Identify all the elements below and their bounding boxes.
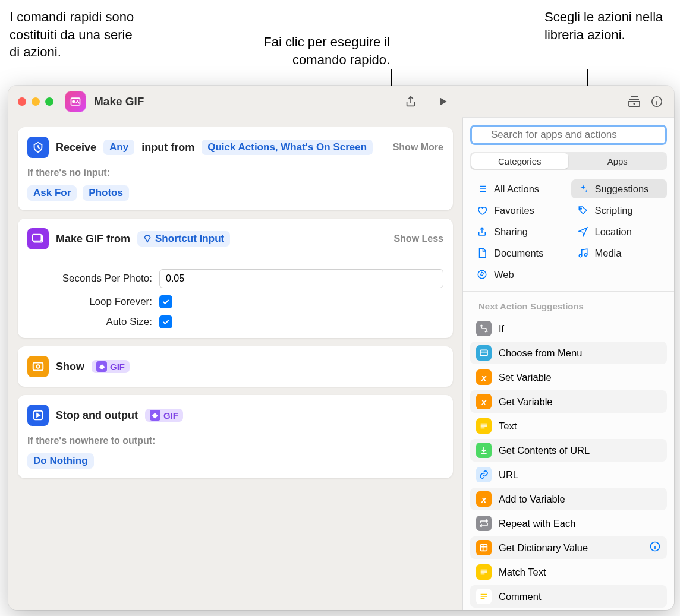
- category-all-actions[interactable]: All Actions: [470, 179, 566, 198]
- suggestion-if[interactable]: If: [470, 317, 667, 340]
- suggestion-icon: [476, 418, 492, 434]
- titlebar: Make GIF: [8, 86, 462, 118]
- traffic-lights: [18, 97, 53, 106]
- suggestion-text[interactable]: Text: [470, 415, 667, 437]
- show-less-button[interactable]: Show Less: [393, 233, 443, 244]
- music-icon: [577, 247, 589, 259]
- receive-label: Receive: [56, 141, 96, 154]
- app-window: Make GIF: [8, 86, 674, 610]
- nav-icon: [577, 226, 589, 238]
- suggestion-icon: [476, 564, 492, 580]
- search-input[interactable]: [470, 125, 667, 145]
- suggestion-set-variable[interactable]: xSet Variable: [470, 366, 667, 388]
- svg-point-1: [73, 100, 74, 102]
- output-icon: [27, 405, 49, 426]
- suggestion-get-contents-of-url[interactable]: Get Contents of URL: [470, 439, 667, 462]
- tag-icon: [577, 204, 589, 216]
- svg-rect-5: [33, 363, 43, 371]
- chip-ask-for[interactable]: Ask For: [27, 185, 77, 201]
- minimize-window-button[interactable]: [32, 97, 40, 106]
- compass-icon: [476, 268, 488, 280]
- suggestion-comment[interactable]: Comment: [470, 585, 667, 608]
- show-more-button[interactable]: Show More: [393, 142, 443, 153]
- shortcut-input-token[interactable]: Shortcut Input: [137, 231, 230, 247]
- suggestions-header: Next Action Suggestions: [470, 298, 667, 317]
- list-icon: [476, 183, 488, 195]
- action-show[interactable]: Show ◆GIF: [18, 346, 453, 387]
- receive-infix: input from: [141, 141, 194, 154]
- auto-size-checkbox[interactable]: [159, 315, 172, 328]
- gif-variable-chip-2[interactable]: ◆GIF: [145, 409, 183, 422]
- category-scripting[interactable]: Scripting: [571, 201, 668, 220]
- suggestion-icon: [476, 345, 492, 361]
- svg-rect-4: [33, 235, 42, 241]
- category-documents[interactable]: Documents: [470, 244, 566, 263]
- suggestion-icon: [476, 467, 492, 482]
- svg-rect-14: [481, 545, 487, 551]
- suggestion-match-text[interactable]: Match Text: [470, 561, 667, 583]
- receive-sources-token[interactable]: Quick Actions, What's On Screen: [202, 140, 373, 155]
- suggestion-icon: x: [476, 491, 492, 507]
- seg-categories[interactable]: Categories: [471, 153, 568, 169]
- gif-variable-chip[interactable]: ◆GIF: [92, 360, 130, 373]
- input-icon: [27, 137, 49, 158]
- suggestion-add-to-variable[interactable]: xAdd to Variable: [470, 488, 667, 510]
- library-button[interactable]: [627, 94, 642, 109]
- category-suggestions[interactable]: Suggestions: [571, 179, 668, 198]
- heart-icon: [476, 204, 488, 216]
- suggestion-get-variable[interactable]: xGet Variable: [470, 390, 667, 413]
- category-web[interactable]: Web: [470, 265, 566, 284]
- quicklook-icon: [27, 356, 49, 377]
- seg-apps[interactable]: Apps: [569, 153, 666, 169]
- info-button[interactable]: [649, 94, 665, 109]
- suggestion-icon: [476, 443, 492, 458]
- run-button[interactable]: [435, 94, 451, 109]
- info-icon[interactable]: [649, 541, 661, 555]
- annotation-left: I comandi rapidi sono costituiti da una …: [10, 8, 140, 61]
- annotation-center: Fai clic per eseguire il comando rapido.: [247, 33, 390, 68]
- suggestion-get-dictionary-value[interactable]: Get Dictionary Value: [470, 536, 667, 559]
- zoom-window-button[interactable]: [45, 97, 53, 106]
- action-receive[interactable]: Receive Any input from Quick Actions, Wh…: [18, 127, 453, 210]
- library-sidebar: Categories Apps All ActionsSuggestionsFa…: [462, 118, 674, 610]
- close-window-button[interactable]: [18, 97, 26, 106]
- svg-point-6: [36, 365, 40, 368]
- share-button[interactable]: [403, 94, 418, 109]
- action-stop-output[interactable]: Stop and output ◆GIF If there's nowhere …: [18, 395, 453, 478]
- param-autosize: Auto Size:: [27, 315, 443, 328]
- suggestion-url[interactable]: URL: [470, 463, 667, 486]
- svg-point-12: [478, 270, 486, 279]
- svg-point-11: [584, 254, 587, 257]
- suggestion-repeat-with-each[interactable]: Repeat with Each: [470, 512, 667, 535]
- window-title: Make GIF: [94, 95, 395, 108]
- suggestion-choose-from-menu[interactable]: Choose from Menu: [470, 342, 667, 364]
- suggestion-icon: [476, 589, 492, 604]
- shortcut-icon: [65, 91, 86, 112]
- suggestions-list: Next Action Suggestions IfChoose from Me…: [463, 292, 674, 610]
- loop-forever-checkbox[interactable]: [159, 295, 172, 308]
- share-icon: [476, 226, 488, 238]
- nowhere-label: If there's nowhere to output:: [27, 435, 443, 446]
- annotation-right: Scegli le azioni nella libreria azioni.: [544, 8, 663, 43]
- suggestion-icon: x: [476, 394, 492, 409]
- chip-do-nothing[interactable]: Do Nothing: [27, 453, 94, 469]
- action-make-gif[interactable]: Make GIF from Shortcut Input Show Less S…: [18, 219, 453, 338]
- svg-rect-13: [480, 350, 487, 355]
- editor-pane: Receive Any input from Quick Actions, Wh…: [8, 118, 462, 610]
- svg-point-10: [579, 254, 582, 257]
- show-label: Show: [56, 361, 84, 373]
- chip-photos[interactable]: Photos: [83, 185, 129, 201]
- doc-icon: [476, 247, 488, 259]
- makegif-label: Make GIF from: [56, 233, 130, 245]
- svg-point-9: [580, 208, 581, 209]
- seconds-per-photo-input[interactable]: [159, 269, 443, 288]
- suggestion-icon: [476, 321, 492, 336]
- category-location[interactable]: Location: [571, 222, 668, 241]
- category-media[interactable]: Media: [571, 244, 668, 263]
- stop-label: Stop and output: [56, 409, 138, 422]
- sparkle-icon: [577, 183, 589, 195]
- category-favorites[interactable]: Favorites: [470, 201, 566, 220]
- library-segmented-control[interactable]: Categories Apps: [470, 152, 667, 170]
- receive-any-token[interactable]: Any: [103, 140, 134, 155]
- category-sharing[interactable]: Sharing: [470, 222, 566, 241]
